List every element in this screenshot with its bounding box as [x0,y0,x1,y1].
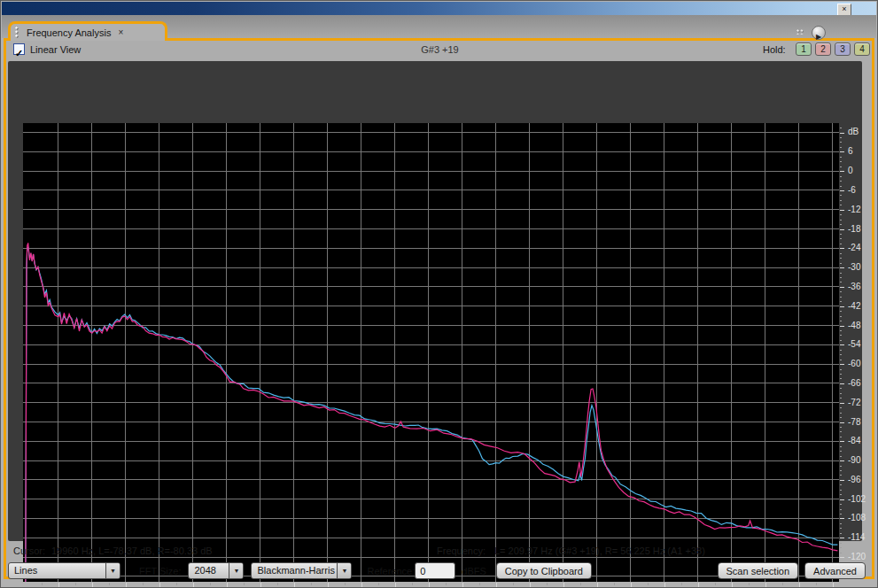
y-axis-label: -114 [848,532,865,542]
x-axis-tick [648,583,649,585]
reference-input[interactable] [415,562,455,579]
y-axis-tick [840,311,842,312]
hold-button-1[interactable]: 1 [796,43,812,56]
y-axis-tick [840,277,842,278]
chevron-down-icon: ▼ [105,563,120,578]
y-axis-tick [840,147,842,148]
y-axis-tick [840,291,842,292]
y-axis-tick [840,205,842,205]
y-axis-tick [840,451,842,452]
y-axis-label: -102 [848,494,866,504]
y-axis-tick [840,441,844,442]
controls-bar: Lines ▼ FFT Size: 2048 ▼ Blackmann-Harri… [8,561,866,580]
scan-selection-button[interactable]: Scan selection [718,562,799,579]
y-axis-label: -66 [848,378,860,388]
x-axis-tick [58,583,59,587]
hold-button-3[interactable]: 3 [835,43,851,56]
y-axis-tick [840,523,842,524]
fft-size-label: FFT Size: [139,566,181,576]
y-axis-tick [840,210,844,211]
x-axis-tick [782,583,783,585]
x-axis-tick [378,583,379,585]
y-axis-tick [840,190,844,191]
x-axis-tick [159,583,160,587]
y-axis-tick [840,499,844,500]
x-axis-tick [311,583,312,585]
x-axis-tick [345,583,346,585]
y-axis-tick [840,220,842,220]
series-left-line [26,248,838,582]
panel-menu-button[interactable]: ▶ [812,26,826,40]
y-axis-tick [840,316,842,317]
copy-to-clipboard-button[interactable]: Copy to Clipboard [496,562,592,579]
y-axis-tick [840,151,844,152]
y-axis-tick [840,369,842,370]
y-axis-tick [840,273,842,274]
y-axis-tick [840,200,842,201]
y-axis-tick [840,267,844,268]
tab-frequency-analysis[interactable]: Frequency Analysis × [8,21,167,41]
x-axis-tick [614,583,615,585]
advanced-button[interactable]: Advanced [804,562,866,579]
y-axis-label: 0 [848,166,853,175]
y-axis-label: -30 [848,262,860,272]
hold-button-4[interactable]: 4 [854,43,870,56]
y-axis-tick [840,437,842,437]
y-axis-tick [840,518,844,519]
x-axis-tick [749,583,750,585]
x-axis: Hz20004000600080001000012000140001600018… [23,582,869,588]
x-axis-tick [176,583,177,585]
y-axis-tick [840,133,844,134]
x-axis-tick [833,583,834,587]
y-axis-tick [840,388,842,389]
x-axis-tick [530,583,531,587]
y-axis-tick [840,340,842,341]
y-axis-label: 6 [848,146,853,156]
x-axis-tick [496,583,497,587]
y-axis-tick [840,350,842,351]
x-axis-tick [429,583,430,587]
y-axis-tick [840,431,842,432]
y-axis-label: -96 [848,475,860,484]
window-close-button[interactable]: × [837,4,851,16]
x-axis-tick [547,583,548,585]
y-axis-tick [840,224,842,225]
y-axis-tick [840,321,842,321]
hold-label: Hold: [763,44,786,55]
chevron-down-icon: ▼ [337,563,351,578]
x-axis-tick [715,583,716,585]
x-axis-tick [395,583,396,587]
x-axis-tick [681,583,682,585]
plot-area[interactable] [23,123,839,582]
x-axis-tick [631,583,632,587]
y-axis-tick [840,128,842,128]
frequency-analysis-window: × Frequency Analysis × ▶ ✓ Linear View G… [0,0,878,588]
y-axis-tick [840,176,842,177]
y-axis-tick [840,374,842,375]
y-axis-tick [840,480,844,481]
x-axis-tick [227,583,228,587]
y-axis-tick [840,514,842,514]
fft-size-select[interactable]: 2048 ▼ [188,562,244,579]
chevron-down-icon: ▼ [229,563,243,578]
tab-close-icon[interactable]: × [118,28,123,37]
hold-button-2[interactable]: 2 [815,43,831,56]
display-mode-value: Lines [9,563,105,578]
y-axis-label: -90 [848,455,860,465]
hold-buttons: 1234 [796,43,870,56]
window-function-select[interactable]: Blackmann-Harris ▼ [251,562,352,579]
y-axis-label: -6 [848,185,856,195]
tab-grip-icon[interactable] [15,27,21,38]
y-axis-tick [840,378,842,379]
x-axis-tick [799,583,800,587]
frequency-label: Frequency: [437,545,486,556]
y-axis-tick [840,422,844,423]
y-axis-label: -54 [848,339,860,349]
y-axis-tick [840,427,842,428]
y-axis-label: -108 [848,513,866,522]
y-axis-tick [840,407,842,408]
display-mode-select[interactable]: Lines ▼ [8,562,120,579]
close-icon: × [842,4,846,13]
x-axis-tick [412,583,413,585]
window-titlebar[interactable]: × [2,2,876,15]
